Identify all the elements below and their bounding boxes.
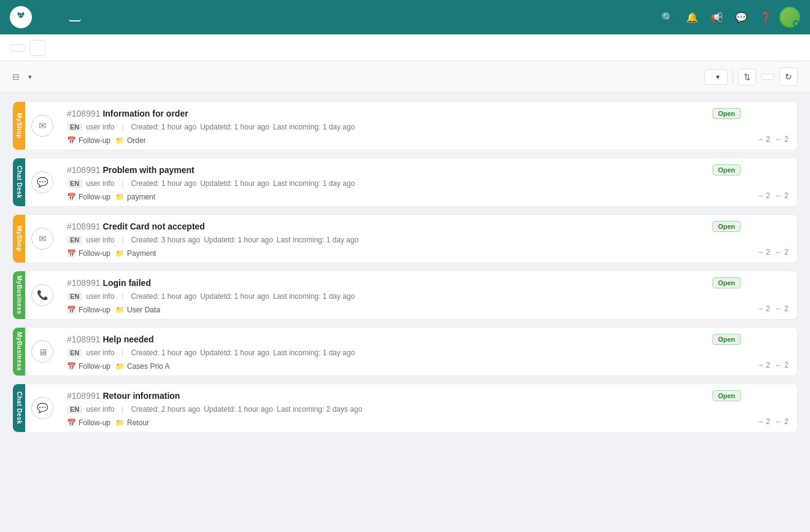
- add-tab-button[interactable]: [29, 40, 45, 56]
- case-title: #108991 Problem with payment: [67, 165, 712, 175]
- case-language: EN: [67, 349, 82, 357]
- nav-knowledge[interactable]: [128, 13, 140, 21]
- case-created: Created: 1 hour ago: [131, 292, 196, 301]
- nav-owlforce[interactable]: [69, 13, 81, 21]
- outgoing-count: → 2: [757, 417, 770, 426]
- case-channel-icon: 💬: [25, 158, 60, 206]
- nav-contacts[interactable]: [113, 13, 125, 21]
- case-tag-folder[interactable]: 📁 Retour: [115, 418, 149, 427]
- case-last-incoming: Last incoming: 2 days ago: [277, 405, 362, 414]
- toolbar: ⊟ ▾ ▾ ⇅ ↻: [0, 61, 810, 93]
- calendar-icon: 📅: [67, 362, 76, 371]
- nav-home[interactable]: [39, 13, 52, 21]
- sort-by-button[interactable]: ▾: [704, 69, 728, 85]
- case-channel-tag: MyShop: [13, 215, 25, 263]
- case-user-info: user info: [86, 405, 114, 414]
- notifications-button[interactable]: 🔔: [681, 6, 703, 28]
- case-tag-folder[interactable]: 📁 payment: [115, 193, 155, 201]
- case-channel-tag: MyShop: [13, 102, 25, 150]
- incoming-count: ← 2: [775, 417, 789, 426]
- case-tag-followup[interactable]: 📅 Follow-up: [67, 249, 110, 258]
- case-last-incoming: Last incoming: 1 day ago: [273, 179, 355, 188]
- case-tag-folder[interactable]: 📁 Order: [115, 136, 146, 145]
- case-title: #108991 Help needed: [67, 334, 712, 344]
- case-channel-icon: ✉: [25, 102, 60, 150]
- case-tag-followup[interactable]: 📅 Follow-up: [67, 306, 110, 314]
- case-card[interactable]: MyShop✉#108991 Information for orderOpen…: [12, 101, 798, 150]
- case-tag-folder[interactable]: 📁 Payment: [115, 249, 156, 258]
- folder-label: Order: [127, 136, 146, 145]
- case-title: #108991 Credit Card not accepted: [67, 222, 712, 231]
- case-card[interactable]: Chat Desk💬#108991 Retour informationOpen…: [12, 384, 798, 433]
- help-button[interactable]: ❓: [755, 6, 777, 28]
- case-card[interactable]: MyBusiness🖥#108991 Help neededOpen EN us…: [12, 327, 798, 376]
- case-metadata: EN user info | Created: 3 hours ago Upda…: [67, 236, 741, 244]
- case-card[interactable]: MyShop✉#108991 Credit Card not acceptedO…: [12, 214, 798, 263]
- sort-options-button[interactable]: ⇅: [738, 69, 756, 85]
- case-tag-folder[interactable]: 📁 User Data: [115, 306, 160, 314]
- case-language: EN: [67, 236, 82, 244]
- case-channel-tag: MyBusiness: [13, 271, 25, 319]
- outgoing-count: → 2: [757, 191, 770, 200]
- folder-label: User Data: [127, 306, 160, 314]
- case-card[interactable]: Chat Desk💬#108991 Problem with paymentOp…: [12, 158, 798, 207]
- tag-label: Follow-up: [79, 306, 110, 314]
- refresh-button[interactable]: ↻: [779, 67, 798, 86]
- case-channel-icon: 📞: [25, 271, 60, 319]
- folder-icon: 📁: [115, 306, 125, 314]
- case-last-incoming: Last incoming: 1 day ago: [277, 236, 358, 244]
- case-updated: Updatetd: 1 hour ago: [200, 292, 269, 301]
- nav-tasks[interactable]: [83, 13, 96, 21]
- case-language: EN: [67, 123, 82, 131]
- case-channel-icon: ✉: [25, 215, 60, 263]
- case-channel-icon: 💬: [25, 384, 60, 432]
- result-count: [761, 74, 774, 80]
- case-metadata: EN user info | Created: 1 hour ago Updat…: [67, 123, 741, 131]
- messages-button[interactable]: 💬: [730, 6, 752, 28]
- case-updated: Updatetd: 1 hour ago: [200, 123, 269, 131]
- case-tag-followup[interactable]: 📅 Follow-up: [67, 136, 110, 145]
- case-tag-folder[interactable]: 📁 Cases Prio A: [115, 362, 169, 371]
- folder-icon: 📁: [115, 136, 125, 145]
- case-last-incoming: Last incoming: 1 day ago: [273, 123, 355, 131]
- automation-cases-tab[interactable]: [10, 44, 26, 52]
- announcements-button[interactable]: 📢: [706, 6, 728, 28]
- calendar-icon: 📅: [67, 193, 76, 201]
- case-created: Created: 2 hours ago: [131, 405, 200, 414]
- search-button[interactable]: 🔍: [657, 6, 679, 28]
- status-badge: Open: [712, 390, 741, 401]
- svg-point-2: [22, 12, 25, 16]
- filter-icon[interactable]: ⊟: [12, 72, 20, 82]
- tag-label: Follow-up: [79, 193, 110, 201]
- folder-label: Retour: [127, 418, 149, 427]
- nav-admin[interactable]: [142, 13, 155, 21]
- user-avatar[interactable]: [779, 7, 800, 28]
- case-tag-followup[interactable]: 📅 Follow-up: [67, 418, 110, 427]
- folder-icon: 📁: [115, 249, 125, 258]
- app-logo[interactable]: [10, 6, 32, 28]
- folder-label: payment: [127, 193, 155, 201]
- sub-navigation: [0, 34, 810, 61]
- top-navigation: 🔍 🔔 📢 💬 ❓: [0, 0, 810, 34]
- case-list: MyShop✉#108991 Information for orderOpen…: [0, 93, 810, 532]
- folder-icon: 📁: [115, 193, 125, 201]
- case-card[interactable]: MyBusiness📞#108991 Login failedOpen EN u…: [12, 271, 798, 320]
- case-tag-followup[interactable]: 📅 Follow-up: [67, 193, 110, 201]
- calendar-icon: 📅: [67, 249, 76, 258]
- nav-cases[interactable]: [54, 13, 66, 21]
- case-updated: Updatetd: 1 hour ago: [204, 236, 273, 244]
- filter-dropdown-arrow[interactable]: ▾: [28, 73, 32, 81]
- case-created: Created: 1 hour ago: [131, 349, 196, 357]
- incoming-count: ← 2: [775, 304, 789, 313]
- case-tag-followup[interactable]: 📅 Follow-up: [67, 362, 110, 371]
- svg-point-4: [21, 15, 23, 16]
- case-metadata: EN user info | Created: 2 hours ago Upda…: [67, 405, 741, 414]
- incoming-count: ← 2: [775, 361, 789, 369]
- case-last-incoming: Last incoming: 1 day ago: [273, 292, 355, 301]
- nav-discover[interactable]: [98, 13, 110, 21]
- case-user-info: user info: [86, 236, 114, 244]
- svg-point-3: [19, 15, 20, 16]
- outgoing-count: → 2: [757, 248, 770, 256]
- case-updated: Updatetd: 1 hour ago: [204, 405, 273, 414]
- case-user-info: user info: [86, 179, 114, 188]
